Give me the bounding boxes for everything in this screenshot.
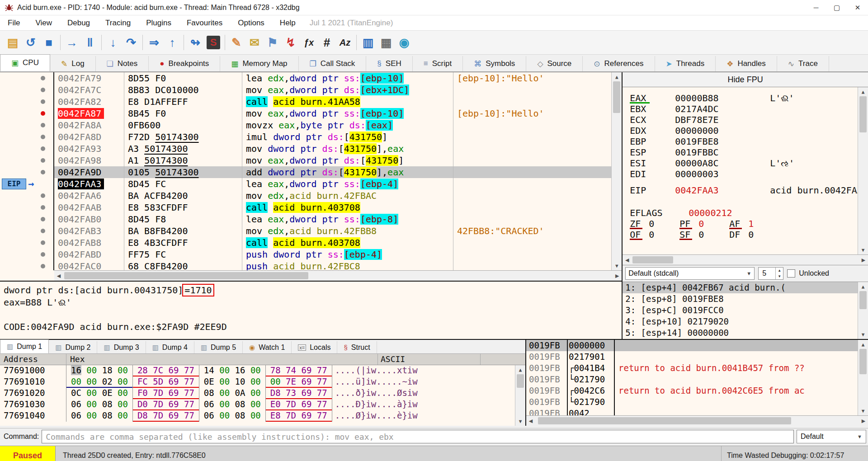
address-cell[interactable]: 0042FA9D (53, 166, 124, 178)
az-icon[interactable]: Az (336, 33, 354, 52)
instruction-cell[interactable]: call acid burn.403708 (242, 202, 453, 213)
unlocked-checkbox[interactable] (787, 269, 795, 278)
register-row-esp[interactable]: ESP0019FBBC (623, 147, 868, 158)
patch-icon[interactable]: ✎ (227, 33, 245, 52)
menu-options[interactable]: Options (230, 19, 272, 28)
tab-dump-4[interactable]: ▥Dump 4 (146, 341, 194, 353)
dump-hex-group[interactable]: E0 7D 69 77 (265, 399, 332, 410)
address-cell[interactable]: 0042FA87 (53, 108, 124, 119)
address-cell[interactable]: 0042FAAB (53, 202, 124, 213)
dump-hex-group[interactable]: 28 7C 69 77 (132, 365, 199, 376)
registers-vertical-scrollbar[interactable]: ▲ ▼ (858, 87, 868, 254)
dump-hex-group[interactable]: FC 5D 69 77 (132, 376, 199, 388)
tab-trace[interactable]: ∿Trace (777, 56, 829, 71)
step-over-icon[interactable]: ↷ (122, 33, 140, 52)
eflags-row[interactable]: EFLAGS00000212 (623, 207, 868, 218)
instruction-cell[interactable]: mov eax,dword ptr ss:[ebp-10] (242, 108, 453, 119)
dump-hex-group[interactable]: 0E 00 10 00 (199, 376, 265, 388)
disasm-row[interactable]: EIP→0042FAA38D45 FClea eax,dword ptr ss:… (0, 178, 622, 190)
minimize-button[interactable]: ─ (806, 0, 826, 15)
stack-rows[interactable]: 0019FB00000000019FB02179010019FB┌0041B4r… (526, 340, 868, 415)
tab-breakpoints[interactable]: ●Breakpoints (149, 56, 220, 71)
step-into-icon[interactable]: ↓ (104, 33, 122, 52)
address-cell[interactable]: 0042FA93 (53, 143, 124, 155)
disasm-row[interactable]: 0042FAC068 C8FB4200push acid burn.42FBC8 (0, 260, 622, 270)
dump-hex-group[interactable]: 14 00 16 00 (199, 365, 265, 376)
dump-row[interactable]: 776910200C 00 0E 00F0 7D 69 7708 00 0A 0… (0, 388, 525, 399)
arg-count-stepper[interactable]: 5 ▲▼ (758, 267, 783, 280)
disasm-row[interactable]: 0042FA8DF72D 50174300imul dword ptr ds:[… (0, 131, 622, 143)
scroll-left-arrow-icon[interactable]: ◀ (526, 416, 535, 425)
dump-row[interactable]: 7769100016 00 18 0028 7C 69 7714 00 16 0… (0, 365, 525, 376)
tab-struct[interactable]: §Struct (337, 341, 377, 353)
dump-hex-group[interactable]: F0 7D 69 77 (132, 388, 199, 399)
scroll-up-arrow-icon[interactable]: ▲ (515, 365, 525, 374)
address-cell[interactable]: 0042FAC0 (53, 260, 124, 270)
dump-hex-group[interactable]: D8 73 69 77 (265, 388, 332, 399)
disasm-row[interactable]: 0042FA82E8 D1AFFEFFcall acid burn.41AA58 (0, 96, 622, 108)
register-row-ebx[interactable]: EBX0217A4DC (623, 103, 868, 114)
scroll-down-arrow-icon[interactable]: ▼ (858, 330, 868, 339)
tab-call-stack[interactable]: ❐Call Stack (299, 56, 367, 71)
disasm-row[interactable]: 0042FA9D0105 50174300add dword ptr ds:[4… (0, 166, 622, 178)
disasm-row[interactable]: 0042FABDFF75 FCpush dword ptr ss:[ebp-4] (0, 249, 622, 260)
open-file-icon[interactable]: ▤ (4, 33, 22, 52)
scroll-thumb[interactable] (64, 272, 308, 279)
scroll-thumb[interactable] (538, 417, 791, 424)
command-script-dropdown[interactable]: Default▼ (797, 430, 866, 443)
disasm-row[interactable]: 0042FAB08D45 F8lea eax,dword ptr ss:[ebp… (0, 213, 622, 225)
disasm-row[interactable]: 0042FA7C8B83 DC010000mov eax,dword ptr d… (0, 84, 622, 96)
address-cell[interactable]: 0042FAA6 (53, 190, 124, 202)
disasm-row[interactable]: 0042FAB3BA B8FB4200mov edx,acid burn.42F… (0, 225, 622, 237)
dump-hex-group[interactable]: D8 7D 69 77 (132, 410, 199, 422)
disasm-row[interactable]: 0042FAA6BA ACFB4200mov edx,acid burn.42F… (0, 190, 622, 202)
stack-row[interactable]: 0019FB┌0042C6return to acid burn.0042C6E… (526, 385, 868, 396)
scroll-up-arrow-icon[interactable]: ▲ (612, 72, 622, 81)
register-row-eip[interactable]: EIP0042FAA3acid burn.0042FAA3 (623, 185, 868, 196)
scroll-up-arrow-icon[interactable]: ▲ (858, 282, 868, 291)
tab-memory-map[interactable]: ▦Memory Map (220, 56, 298, 71)
calling-convention-select[interactable]: Default (stdcall)▼ (625, 267, 755, 280)
dump-rows[interactable]: 7769100016 00 18 0028 7C 69 7714 00 16 0… (0, 365, 525, 426)
dump-row[interactable]: 7769103006 00 08 00D0 7D 69 7706 00 08 0… (0, 399, 525, 410)
scroll-up-arrow-icon[interactable]: ▲ (858, 340, 868, 349)
run-to-user-code-icon[interactable]: ↬ (186, 33, 204, 52)
scroll-right-arrow-icon[interactable]: ▶ (859, 255, 868, 264)
instruction-cell[interactable]: call acid burn.41AA58 (242, 96, 453, 108)
tab-seh[interactable]: §SEH (366, 56, 412, 71)
instruction-cell[interactable]: mov edx,acid burn.42FBB8 (242, 225, 453, 237)
stack-arg-row[interactable]: 1: [esp+4] 0042FB67 acid burn.( (623, 282, 868, 293)
instruction-cell[interactable]: mov edx,acid burn.42FBAC (242, 190, 453, 202)
scroll-left-arrow-icon[interactable]: ◀ (54, 271, 63, 280)
address-cell[interactable]: 0042FA98 (53, 155, 124, 166)
register-row-edi[interactable]: EDI00000003 (623, 169, 868, 179)
dump-hex-group[interactable]: 06 00 08 00 (66, 410, 132, 422)
dump-hex-group[interactable]: D0 7D 69 77 (132, 399, 199, 410)
args-vertical-scrollbar[interactable]: ▲ ▼ (858, 282, 868, 339)
dump-hex-group[interactable]: 0C 00 0E 00 (66, 388, 132, 399)
tab-dump-3[interactable]: ▥Dump 3 (97, 341, 146, 353)
tab-dump-1[interactable]: ▥Dump 1 (0, 339, 49, 353)
menu-file[interactable]: File (0, 19, 28, 28)
scroll-down-arrow-icon[interactable]: ▼ (858, 245, 868, 254)
registers-view[interactable]: EAX00000B88L'ଈ'EBX0217A4DCECXDBF78E7EEDX… (623, 87, 868, 254)
scroll-down-arrow-icon[interactable]: ▼ (515, 417, 525, 426)
scroll-up-arrow-icon[interactable]: ▲ (858, 87, 868, 96)
instruction-cell[interactable]: lea edx,dword ptr ss:[ebp-10] (242, 72, 453, 84)
dump-hex-group[interactable]: 06 00 08 00 (199, 410, 265, 422)
tab-watch-1[interactable]: ◉Watch 1 (243, 341, 292, 353)
scroll-down-arrow-icon[interactable]: ▼ (612, 261, 622, 270)
instruction-cell[interactable]: mov eax,dword ptr ds:[431750] (242, 155, 453, 166)
register-row-edx[interactable]: EDX00000000 (623, 125, 868, 136)
address-cell[interactable]: 0042FABD (53, 249, 124, 260)
register-row-esi[interactable]: ESI00000A8CL'ઌ' (623, 158, 868, 169)
dump-hex-group[interactable]: 06 00 08 00 (66, 399, 132, 410)
stack-vertical-scrollbar[interactable]: ▲ ▼ (858, 340, 868, 415)
execute-till-return-icon[interactable]: ⇒ (145, 33, 163, 52)
scroll-thumb[interactable] (517, 374, 524, 388)
stack-row[interactable]: 0019FB0217901 (526, 351, 868, 362)
stack-row[interactable]: 0019FB┌0041B4return to acid burn.0041B45… (526, 362, 868, 374)
instruction-cell[interactable]: mov dword ptr ds:[431750],eax (242, 143, 453, 155)
dump-hex-group[interactable]: E8 7D 69 77 (265, 410, 332, 422)
disasm-row[interactable]: 0042FA798D55 F0lea edx,dword ptr ss:[ebp… (0, 72, 622, 84)
